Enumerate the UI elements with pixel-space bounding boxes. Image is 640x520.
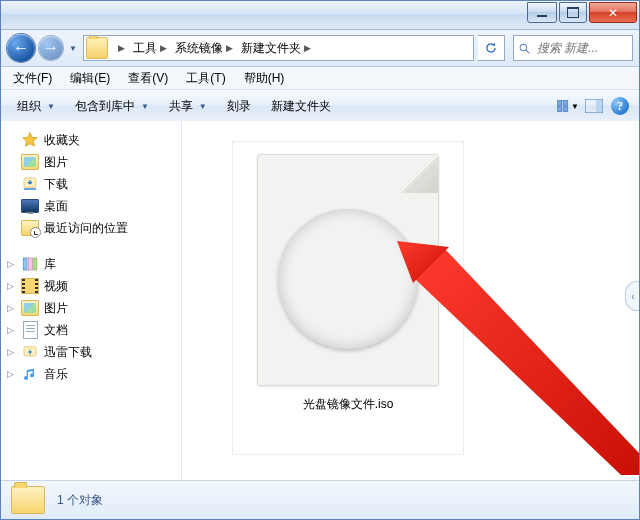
sidebar-item-thunder[interactable]: ▷迅雷下载 [5,341,181,363]
new-folder-button[interactable]: 新建文件夹 [263,95,339,118]
svg-rect-5 [563,107,568,112]
change-view-button[interactable]: ▼ [557,95,579,117]
sidebar-item-desktop[interactable]: 桌面 [5,195,181,217]
status-count: 1 个对象 [57,492,103,509]
sidebar-item-recent[interactable]: 最近访问的位置 [5,217,181,239]
expand-icon: ▷ [5,325,16,335]
back-arrow-icon: ← [13,39,29,57]
download-icon [21,175,39,193]
chevron-right-icon: ▶ [160,43,167,53]
desktop-icon [21,199,39,213]
chevron-right-icon: ▶ [304,43,311,53]
recent-icon [21,220,39,236]
svg-rect-7 [596,100,602,112]
burn-button[interactable]: 刻录 [219,95,259,118]
star-icon [21,131,39,149]
breadcrumb-root-dropdown[interactable]: ▶ [110,36,128,60]
library-icon [21,255,39,273]
breadcrumb-seg-0[interactable]: 工具▶ [128,36,170,60]
expand-icon: ▷ [5,369,16,379]
libraries-header[interactable]: ▷ 库 [5,253,181,275]
minimize-icon [537,15,547,17]
folder-icon [86,37,108,59]
help-icon: ? [611,97,629,115]
sidebar-item-documents[interactable]: ▷文档 [5,319,181,341]
file-item-iso[interactable]: 光盘镜像文件.iso [232,141,464,455]
command-bar: 组织▼ 包含到库中▼ 共享▼ 刻录 新建文件夹 ▼ ? [1,90,639,123]
preview-pane-button[interactable] [583,95,605,117]
music-icon [21,365,39,383]
organize-button[interactable]: 组织▼ [9,95,63,118]
refresh-icon [484,41,498,55]
nav-sidebar: 收藏夹 图片 下载 桌面 最近访问的位置 ▷ 库 ▷视频 ▷图片 ▷文档 ▷迅雷… [1,121,182,481]
menu-edit[interactable]: 编辑(E) [62,68,118,89]
expand-icon: ▷ [5,347,16,357]
svg-rect-3 [563,101,568,106]
svg-rect-10 [23,258,27,270]
close-button[interactable]: ✕ [589,2,637,23]
breadcrumb-bar[interactable]: ▶ 工具▶ 系统镜像▶ 新建文件夹▶ [83,35,474,61]
minimize-button[interactable] [527,2,557,23]
forward-arrow-icon: → [43,39,59,57]
svg-rect-4 [557,107,562,112]
chevron-right-icon: ▶ [226,43,233,53]
sidebar-item-lib-pictures[interactable]: ▷图片 [5,297,181,319]
chevron-right-icon: ▶ [118,43,125,53]
menu-view[interactable]: 查看(V) [120,68,176,89]
chevron-down-icon: ▼ [141,102,149,111]
search-box[interactable] [513,35,633,61]
back-button[interactable]: ← [7,34,35,62]
svg-rect-9 [24,188,36,190]
svg-rect-12 [34,258,37,270]
favorites-group: 收藏夹 图片 下载 桌面 最近访问的位置 [5,129,181,239]
title-bar: ✕ [1,1,639,30]
preview-pane-icon [585,99,603,113]
include-in-library-button[interactable]: 包含到库中▼ [67,95,157,118]
pictures-icon [21,300,39,316]
history-dropdown[interactable]: ▼ [67,39,79,57]
search-icon [518,42,531,55]
menu-help[interactable]: 帮助(H) [236,68,293,89]
favorites-header[interactable]: 收藏夹 [5,129,181,151]
preview-toggle-handle[interactable]: ‹ [625,281,640,311]
maximize-button[interactable] [559,2,587,23]
iso-file-icon [257,154,439,386]
chevron-down-icon: ▼ [199,102,207,111]
chevron-down-icon: ▼ [47,102,55,111]
svg-point-0 [520,44,527,51]
video-icon [21,278,39,294]
help-button[interactable]: ? [609,95,631,117]
expand-icon: ▷ [5,259,16,269]
disc-icon [278,209,418,349]
document-icon [23,321,38,339]
maximize-icon [567,7,579,18]
search-input[interactable] [535,40,628,56]
share-button[interactable]: 共享▼ [161,95,215,118]
menu-tools[interactable]: 工具(T) [178,68,233,89]
explorer-window: ✕ ← → ▼ ▶ 工具▶ 系统镜像▶ 新建文件夹▶ 文件(F) 编辑(E) 查… [0,0,640,520]
menu-bar: 文件(F) 编辑(E) 查看(V) 工具(T) 帮助(H) [1,67,639,90]
expand-icon: ▷ [5,281,16,291]
sidebar-item-music[interactable]: ▷音乐 [5,363,181,385]
status-bar: 1 个对象 [1,480,639,519]
chevron-down-icon: ▼ [571,102,579,111]
breadcrumb-seg-2[interactable]: 新建文件夹▶ [236,36,314,60]
refresh-button[interactable] [478,35,505,61]
close-icon: ✕ [608,7,618,19]
menu-file[interactable]: 文件(F) [5,68,60,89]
nav-bar: ← → ▼ ▶ 工具▶ 系统镜像▶ 新建文件夹▶ [1,30,639,67]
sidebar-item-pictures[interactable]: 图片 [5,151,181,173]
body: 收藏夹 图片 下载 桌面 最近访问的位置 ▷ 库 ▷视频 ▷图片 ▷文档 ▷迅雷… [1,121,639,481]
sidebar-item-videos[interactable]: ▷视频 [5,275,181,297]
view-icon [557,98,569,114]
pictures-icon [21,154,39,170]
folder-icon [11,486,45,514]
svg-rect-11 [29,258,33,270]
sidebar-item-downloads[interactable]: 下载 [5,173,181,195]
svg-rect-2 [557,101,562,106]
svg-line-1 [526,50,529,53]
breadcrumb-seg-1[interactable]: 系统镜像▶ [170,36,236,60]
forward-button[interactable]: → [39,36,63,60]
content-pane[interactable]: 光盘镜像文件.iso [182,121,639,481]
file-name-label: 光盘镜像文件.iso [303,396,394,413]
